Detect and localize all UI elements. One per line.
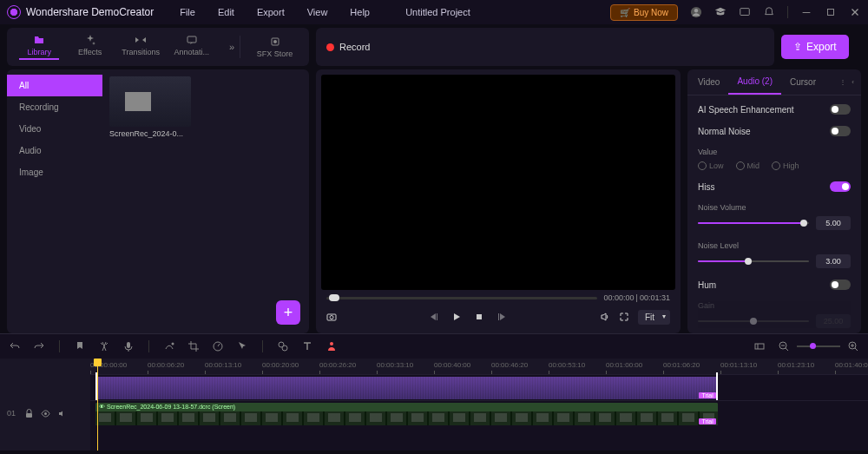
- record-dot-icon: [326, 43, 334, 51]
- gain-slider: [698, 320, 809, 322]
- volume-icon[interactable]: [600, 312, 610, 322]
- svg-point-9: [330, 316, 333, 319]
- text-icon[interactable]: [301, 340, 313, 352]
- close-icon[interactable]: [849, 6, 861, 18]
- playhead[interactable]: [97, 359, 98, 451]
- zoom-in-icon[interactable]: [847, 340, 859, 352]
- ruler-tick: 00:01:13:10: [720, 361, 757, 369]
- gain-value: 25.00: [816, 314, 851, 328]
- timeline-tracks[interactable]: 00:00:00:0000:00:06:2000:00:13:1000:00:2…: [90, 359, 868, 451]
- app-logo-icon: [7, 5, 21, 19]
- value-mid-radio[interactable]: Mid: [736, 161, 760, 170]
- hum-label: Hum: [698, 280, 716, 290]
- fullscreen-icon[interactable]: [619, 312, 629, 322]
- ruler-tick: 00:00:26:20: [319, 361, 356, 369]
- play-icon[interactable]: [451, 312, 462, 322]
- zoom-out-icon[interactable]: [778, 340, 790, 352]
- buy-now-button[interactable]: 🛒Buy Now: [610, 4, 678, 21]
- title-bar: Wondershare DemoCreator File Edit Export…: [0, 0, 868, 24]
- undo-icon[interactable]: [9, 340, 21, 352]
- ruler-tick: 00:00:33:10: [377, 361, 413, 369]
- hum-toggle[interactable]: [830, 280, 851, 290]
- crop-icon[interactable]: [187, 340, 200, 352]
- timeline-gutter: 01: [0, 359, 90, 451]
- svg-rect-2: [740, 9, 750, 16]
- props-tab-cursor[interactable]: Cursor: [781, 69, 825, 95]
- props-tab-audio[interactable]: Audio (2): [728, 69, 781, 95]
- category-audio[interactable]: Audio: [7, 140, 102, 161]
- tab-sfx-store[interactable]: SFX Store: [240, 36, 309, 58]
- zoom-slider[interactable]: [797, 345, 840, 347]
- lock-icon[interactable]: [24, 409, 34, 418]
- speed-icon[interactable]: [212, 340, 224, 352]
- eye-icon[interactable]: [41, 409, 50, 418]
- tabs-prev-icon[interactable]: ‹: [852, 78, 854, 86]
- cart-icon: 🛒: [620, 8, 630, 17]
- more-tabs-chevron-icon[interactable]: »: [224, 42, 240, 52]
- tab-annotations[interactable]: Annotati...: [172, 34, 212, 60]
- minimize-icon[interactable]: [800, 6, 812, 18]
- value-label: Value: [698, 148, 851, 156]
- media-clip[interactable]: ScreenRec_2024-0...: [109, 76, 191, 138]
- clip-name: ScreenRec_2024-0...: [109, 129, 191, 138]
- category-video[interactable]: Video: [7, 118, 102, 140]
- cursor-icon[interactable]: [236, 340, 248, 352]
- fit-dropdown[interactable]: Fit: [638, 310, 670, 325]
- normal-noise-toggle[interactable]: [830, 126, 851, 136]
- noise-level-slider[interactable]: [698, 260, 809, 262]
- maximize-icon[interactable]: [825, 6, 837, 18]
- add-media-button[interactable]: +: [276, 300, 300, 325]
- snapshot-icon[interactable]: [326, 312, 337, 322]
- menu-file[interactable]: File: [180, 7, 195, 17]
- denoise-icon[interactable]: [163, 340, 175, 352]
- project-title: Untitled Project: [266, 7, 610, 17]
- range-brackets[interactable]: [95, 372, 718, 400]
- svg-rect-5: [187, 36, 196, 43]
- category-all[interactable]: All: [7, 75, 102, 96]
- tab-effects[interactable]: Effects: [70, 34, 110, 60]
- ai-speech-label: AI Speech Enhancement: [698, 105, 794, 115]
- account-icon[interactable]: [690, 6, 702, 18]
- category-recording[interactable]: Recording: [7, 96, 102, 118]
- noise-volume-slider[interactable]: [698, 222, 809, 224]
- tab-transitions[interactable]: Transitions: [121, 34, 161, 60]
- redo-icon[interactable]: [33, 340, 45, 352]
- ai-speech-toggle[interactable]: [830, 104, 851, 115]
- mute-icon[interactable]: [57, 409, 67, 418]
- value-low-radio[interactable]: Low: [698, 161, 724, 170]
- mic-icon[interactable]: [122, 340, 135, 352]
- record-button[interactable]: Record: [326, 42, 370, 52]
- video-track[interactable]: 👁 ScreenRec_2024-06-09 13-18-57.dcrc (Sc…: [90, 400, 868, 426]
- svg-point-21: [44, 412, 47, 415]
- group-icon[interactable]: [277, 340, 289, 352]
- value-high-radio[interactable]: High: [772, 161, 799, 170]
- message-icon[interactable]: [739, 6, 751, 18]
- noise-volume-value[interactable]: 5.00: [816, 216, 851, 230]
- app-name: Wondershare DemoCreator: [26, 6, 154, 18]
- preview-seek-slider[interactable]: [326, 297, 597, 299]
- export-button[interactable]: ⇪Export: [781, 35, 849, 59]
- person-icon[interactable]: [326, 340, 338, 352]
- menu-edit[interactable]: Edit: [218, 7, 234, 17]
- category-image[interactable]: Image: [7, 161, 102, 183]
- svg-point-12: [172, 343, 174, 345]
- split-icon[interactable]: [98, 340, 110, 352]
- media-panel: All Recording Video Audio Image ScreenRe…: [7, 69, 309, 333]
- stop-icon[interactable]: [474, 312, 484, 322]
- next-frame-icon[interactable]: [496, 312, 507, 322]
- noise-level-label: Noise Level: [698, 241, 851, 250]
- svg-rect-17: [755, 344, 764, 349]
- prev-frame-icon[interactable]: [429, 312, 439, 322]
- marker-icon[interactable]: [74, 340, 86, 352]
- grad-cap-icon[interactable]: [714, 6, 727, 18]
- tab-library[interactable]: Library: [19, 34, 59, 60]
- ruler-tick: 00:00:46:20: [491, 361, 528, 369]
- gain-label: Gain: [698, 301, 851, 310]
- props-tab-video[interactable]: Video: [689, 69, 728, 95]
- video-clip[interactable]: 👁 ScreenRec_2024-06-09 13-18-57.dcrc (Sc…: [95, 403, 718, 425]
- noise-level-value[interactable]: 3.00: [816, 254, 851, 268]
- aspect-icon[interactable]: [753, 340, 766, 352]
- preview-canvas[interactable]: [321, 75, 675, 290]
- hiss-toggle[interactable]: [830, 181, 851, 192]
- notify-icon[interactable]: [763, 6, 775, 18]
